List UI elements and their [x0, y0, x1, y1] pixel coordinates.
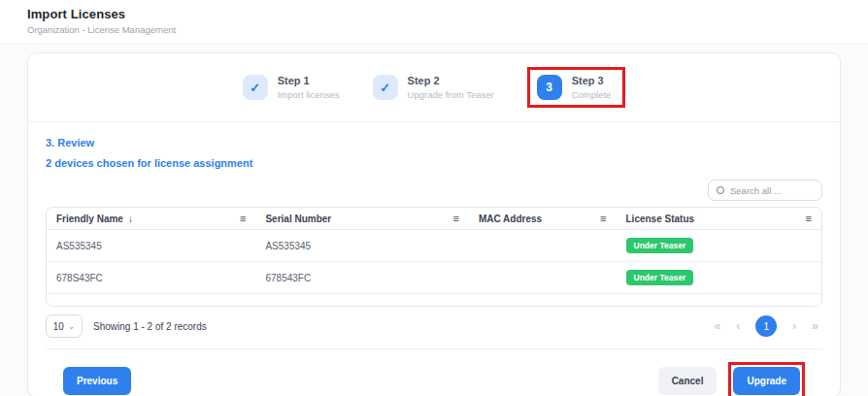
step-2-sublabel: Upgrade from Teaser: [408, 89, 494, 100]
records-summary: Showing 1 - 2 of 2 records: [93, 321, 207, 332]
upgrade-button[interactable]: Upgrade: [733, 367, 800, 395]
review-subheading: 2 devices chosen for license assignment: [46, 157, 822, 169]
review-section: 3. Review 2 devices chosen for license a…: [28, 122, 840, 396]
step-2-label: Step 2: [408, 75, 494, 86]
column-menu-icon[interactable]: ≡: [600, 213, 606, 224]
cell-friendly-name: AS535345: [47, 241, 255, 251]
table-header-row: Friendly Name ↓ ≡ Serial Number ≡ MAC Ad…: [47, 208, 821, 230]
column-menu-icon[interactable]: ≡: [240, 213, 246, 224]
devices-table: Friendly Name ↓ ≡ Serial Number ≡ MAC Ad…: [46, 207, 822, 307]
current-page-button[interactable]: 1: [755, 315, 777, 337]
review-heading: 3. Review: [46, 137, 822, 148]
cell-serial-number: 678543FC: [255, 273, 468, 283]
table-row[interactable]: AS535345 AS535345 Under Teaser: [47, 230, 821, 262]
search-box[interactable]: [708, 180, 822, 201]
cell-serial-number: AS535345: [255, 241, 468, 251]
cell-friendly-name: 678S43FC: [47, 273, 255, 283]
stepper-step-3-annotated[interactable]: 3 Step 3 Complete: [527, 67, 626, 108]
next-page-icon[interactable]: ›: [792, 319, 796, 333]
previous-button[interactable]: Previous: [63, 367, 131, 395]
column-header-serial-number[interactable]: Serial Number ≡: [255, 213, 468, 224]
previous-page-icon[interactable]: ‹: [736, 319, 740, 333]
cancel-button[interactable]: Cancel: [658, 367, 718, 395]
stepper-step-1[interactable]: ✓ Step 1 Import licenses: [243, 75, 340, 100]
search-icon: [717, 186, 724, 194]
chevron-down-icon: ⌄: [68, 324, 76, 329]
column-header-friendly-name[interactable]: Friendly Name ↓ ≡: [47, 213, 255, 224]
table-row[interactable]: 678S43FC 678543FC Under Teaser: [47, 262, 821, 294]
column-menu-icon[interactable]: ≡: [452, 213, 458, 224]
step-3-label: Step 3: [572, 75, 612, 86]
column-menu-icon[interactable]: ≡: [806, 213, 812, 224]
step-3-number-badge: 3: [537, 75, 562, 100]
stepper-step-2[interactable]: ✓ Step 2 Upgrade from Teaser: [373, 75, 494, 100]
page-header: Import Licenses Organization - License M…: [0, 0, 868, 45]
pager: « ‹ 1 › »: [715, 315, 818, 337]
column-header-mac-address[interactable]: MAC Address ≡: [469, 213, 617, 224]
stepper: ✓ Step 1 Import licenses ✓ Step 2 Upgrad…: [28, 53, 840, 122]
license-status-badge: Under Teaser: [626, 238, 694, 253]
step-1-label: Step 1: [278, 75, 340, 86]
page-size-select[interactable]: 10 ⌄: [46, 314, 83, 338]
sort-descending-icon[interactable]: ↓: [128, 214, 133, 224]
first-page-icon[interactable]: «: [715, 319, 721, 333]
step-1-sublabel: Import licenses: [278, 89, 340, 100]
pagination-bar: 10 ⌄ Showing 1 - 2 of 2 records « ‹ 1 › …: [46, 314, 822, 338]
breadcrumb[interactable]: Organization - License Management: [27, 24, 841, 35]
wizard-card: ✓ Step 1 Import licenses ✓ Step 2 Upgrad…: [27, 52, 841, 396]
page-title: Import Licenses: [27, 7, 841, 21]
check-icon: ✓: [373, 75, 398, 100]
check-icon: ✓: [243, 75, 268, 100]
search-input[interactable]: [730, 185, 814, 196]
upgrade-annotation-highlight: Upgrade: [728, 362, 805, 396]
footer-actions: Previous Cancel Upgrade: [46, 349, 822, 396]
last-page-icon[interactable]: »: [812, 319, 818, 333]
license-status-badge: Under Teaser: [626, 270, 694, 285]
step-3-sublabel: Complete: [572, 89, 612, 100]
column-header-license-status[interactable]: License Status ≡: [617, 213, 821, 224]
